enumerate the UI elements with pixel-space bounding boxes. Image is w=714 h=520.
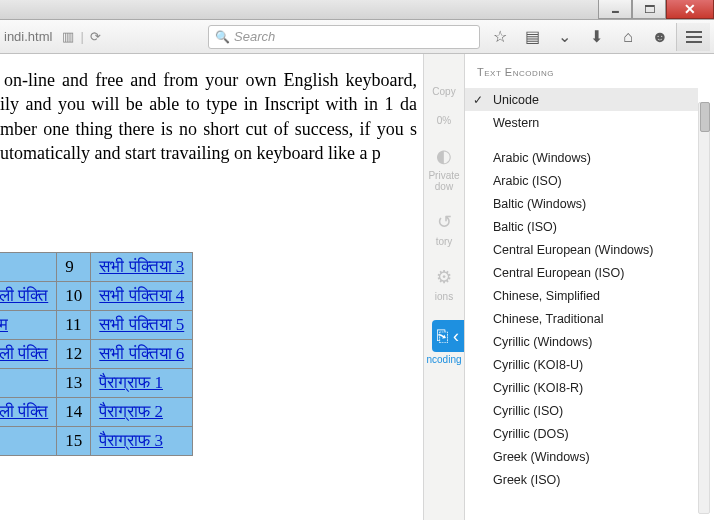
encoding-option[interactable]: Baltic (ISO) — [465, 215, 698, 238]
home-icon[interactable]: ⌂ — [612, 23, 644, 51]
row-link-3[interactable]: सभी पंक्तिया 5 — [99, 315, 184, 334]
encoding-option[interactable]: Greek (ISO) — [465, 468, 698, 491]
row-number: 10 — [57, 282, 91, 311]
reader-mode-icon[interactable]: ▥ — [56, 29, 80, 44]
encoding-option[interactable]: Western — [465, 111, 698, 134]
check-icon: ✓ — [473, 93, 483, 107]
side-options[interactable]: ⚙ ions — [424, 265, 464, 302]
row-col1: ली पंक्ति — [0, 340, 57, 369]
side-encoding[interactable]: ⎘ ‹ ncoding — [424, 320, 464, 365]
gear-icon: ⚙ — [436, 265, 452, 289]
row-link-3[interactable]: सभी पंक्तिया 3 — [99, 257, 184, 276]
history-icon: ↺ — [437, 210, 452, 234]
row-col3: पैराग्राफ 2 — [91, 398, 193, 427]
row-col1 — [0, 369, 57, 398]
row-col1: ली पंक्ति — [0, 398, 57, 427]
bookmark-star-icon[interactable]: ☆ — [484, 23, 516, 51]
download-icon[interactable]: ⬇ — [580, 23, 612, 51]
side-copy[interactable]: Copy — [424, 60, 464, 97]
window-minimize-button[interactable]: 🗕 — [598, 0, 632, 19]
row-link-1[interactable]: ली पंक्ति — [0, 286, 48, 305]
encoding-option-label: Cyrillic (Windows) — [493, 335, 592, 349]
row-link-1[interactable]: ली पंक्ति — [0, 402, 48, 421]
encoding-option-label: Cyrillic (ISO) — [493, 404, 563, 418]
row-link-3[interactable]: सभी पंक्तिया 4 — [99, 286, 184, 305]
lessons-table: 9सभी पंक्तिया 3ली पंक्ति10सभी पंक्तिया 4… — [0, 252, 193, 456]
row-number: 11 — [57, 311, 91, 340]
encoding-option-label: Central European (ISO) — [493, 266, 624, 280]
page-content: ; on-line and free and from your own Eng… — [0, 54, 714, 520]
encoding-option[interactable]: Cyrillic (KOI8-R) — [465, 376, 698, 399]
encoding-option-label: Chinese, Traditional — [493, 312, 603, 326]
encoding-option-label: Greek (Windows) — [493, 450, 590, 464]
row-col3: सभी पंक्तिया 6 — [91, 340, 193, 369]
side-private[interactable]: ◐ Private dow — [424, 144, 464, 192]
encoding-option-label: Cyrillic (KOI8-R) — [493, 381, 583, 395]
row-link-3[interactable]: पैराग्राफ 3 — [99, 431, 163, 450]
table-row: 13पैराग्राफ 1 — [0, 369, 193, 398]
scrollbar-thumb[interactable] — [700, 102, 710, 132]
encoding-option[interactable]: Cyrillic (KOI8-U) — [465, 353, 698, 376]
encoding-option[interactable]: Cyrillic (DOS) — [465, 422, 698, 445]
encoding-option[interactable]: ✓Unicode — [465, 88, 698, 111]
window-titlebar: 🗕 🗖 ✕ — [0, 0, 714, 20]
table-row: 15पैराग्राफ 3 — [0, 427, 193, 456]
reload-icon[interactable]: ⟳ — [84, 29, 107, 44]
encoding-option-label: Arabic (Windows) — [493, 151, 591, 165]
encoding-option-label: Greek (ISO) — [493, 473, 560, 487]
row-number: 15 — [57, 427, 91, 456]
side-history[interactable]: ↺ tory — [424, 210, 464, 247]
encoding-list: ✓UnicodeWesternArabic (Windows)Arabic (I… — [465, 88, 714, 520]
encoding-option[interactable]: Cyrillic (Windows) — [465, 330, 698, 353]
row-col1: ली पंक्ति — [0, 282, 57, 311]
window-maximize-button[interactable]: 🗖 — [632, 0, 666, 19]
table-row: 9सभी पंक्तिया 3 — [0, 253, 193, 282]
row-col3: सभी पंक्तिया 5 — [91, 311, 193, 340]
search-icon: 🔍 — [215, 30, 230, 44]
row-col1 — [0, 253, 57, 282]
row-col3: पैराग्राफ 1 — [91, 369, 193, 398]
row-link-1[interactable]: म — [0, 315, 8, 334]
row-link-3[interactable]: पैराग्राफ 2 — [99, 402, 163, 421]
encoding-option[interactable]: Baltic (Windows) — [465, 192, 698, 215]
row-link-3[interactable]: सभी पंक्तिया 6 — [99, 344, 184, 363]
menu-side-strip: Copy 0% ◐ Private dow ↺ tory ⚙ ions ⎘ ‹ … — [423, 54, 465, 520]
table-row: ली पंक्ति10सभी पंक्तिया 4 — [0, 282, 193, 311]
encoding-option-label: Chinese, Simplified — [493, 289, 600, 303]
clipboard-icon[interactable]: ▤ — [516, 23, 548, 51]
menu-hamburger-icon[interactable] — [676, 23, 710, 51]
encoding-icon: ⎘ ‹ — [432, 320, 464, 352]
encoding-option-label: Cyrillic (KOI8-U) — [493, 358, 583, 372]
encoding-option[interactable]: Cyrillic (ISO) — [465, 399, 698, 422]
row-link-1[interactable]: ली पंक्ति — [0, 344, 48, 363]
encoding-option[interactable]: Greek (Windows) — [465, 445, 698, 468]
text-encoding-panel: Text Encoding ✓UnicodeWesternArabic (Win… — [465, 54, 714, 520]
chat-icon[interactable]: ☻ — [644, 23, 676, 51]
encoding-panel-title: Text Encoding — [465, 60, 714, 88]
encoding-option[interactable]: Chinese, Traditional — [465, 307, 698, 330]
encoding-option[interactable]: Chinese, Simplified — [465, 284, 698, 307]
encoding-option[interactable]: Central European (ISO) — [465, 261, 698, 284]
encoding-option[interactable]: Arabic (Windows) — [465, 146, 698, 169]
url-bar[interactable]: indi.html ▥ | ⟳ — [4, 29, 204, 44]
side-zoom[interactable]: 0% — [424, 115, 464, 126]
row-number: 9 — [57, 253, 91, 282]
encoding-option-label: Baltic (Windows) — [493, 197, 586, 211]
row-col3: पैराग्राफ 3 — [91, 427, 193, 456]
window-close-button[interactable]: ✕ — [666, 0, 714, 19]
toolbar-icons: ☆ ▤ ⌄ ⬇ ⌂ ☻ — [484, 23, 710, 51]
row-col1: म — [0, 311, 57, 340]
window-controls: 🗕 🗖 ✕ — [598, 0, 714, 19]
encoding-option-label: Unicode — [493, 93, 539, 107]
row-number: 13 — [57, 369, 91, 398]
row-number: 12 — [57, 340, 91, 369]
row-col1 — [0, 427, 57, 456]
private-window-icon: ◐ — [436, 144, 452, 168]
row-link-3[interactable]: पैराग्राफ 1 — [99, 373, 163, 392]
row-number: 14 — [57, 398, 91, 427]
search-placeholder: Search — [234, 29, 275, 44]
pocket-icon[interactable]: ⌄ — [548, 23, 580, 51]
encoding-option[interactable]: Arabic (ISO) — [465, 169, 698, 192]
search-input[interactable]: 🔍 Search — [208, 25, 480, 49]
encoding-option[interactable]: Central European (Windows) — [465, 238, 698, 261]
